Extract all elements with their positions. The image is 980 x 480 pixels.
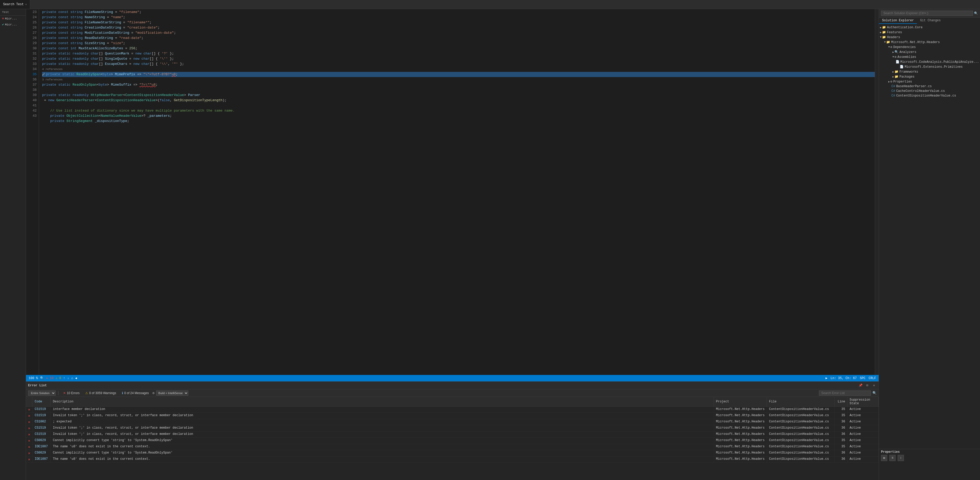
row-line: 36 — [835, 450, 848, 456]
tree-item[interactable]: ▼ ⚙ Dependencies — [879, 44, 980, 49]
solution-search-icon[interactable]: 🔍 — [974, 11, 978, 15]
tree-item[interactable]: ▶ 📁 Features — [879, 30, 980, 35]
sort-button[interactable]: ↕ — [898, 455, 904, 461]
table-row[interactable]: ✕ CS0029 Cannot implicitly convert type … — [26, 450, 879, 456]
row-state: Active — [848, 456, 879, 463]
warning-count-badge[interactable]: ⚠ 0 — [56, 376, 61, 380]
tree-item-icon: 🔍 — [894, 50, 899, 54]
ref-count-36: 3 references — [42, 77, 875, 82]
col-description[interactable]: Description — [51, 397, 714, 407]
search-error-icon[interactable]: 🔍 — [872, 391, 877, 395]
col-project[interactable]: Project — [714, 397, 767, 407]
tree-item[interactable]: ▼ ⚙ Assemblies — [879, 54, 980, 59]
table-row[interactable]: ✕ CS1519 Invalid token ';' in class, rec… — [26, 413, 879, 419]
solution-explorer-tabs: Solution Explorer Git Changes — [879, 17, 980, 24]
build-filter-dropdown[interactable]: Build + IntelliSense — [156, 390, 188, 396]
tree-item[interactable]: ▼ 📁 Headers — [879, 35, 980, 40]
scroll-left-icon[interactable]: ◀ — [75, 376, 77, 380]
error-table: Code Description Project File Line Suppr… — [26, 397, 879, 480]
table-row[interactable]: ✕ CS0029 Cannot implicitly convert type … — [26, 438, 879, 444]
tree-item[interactable]: ▶ 🔍 Analyzers — [879, 49, 980, 54]
file-icon: 📄 — [900, 65, 904, 69]
tree-item[interactable]: ▶ 📁 Frameworks — [879, 69, 980, 74]
row-description: The name 'u8' does not exist in the curr… — [51, 456, 714, 463]
col-file[interactable]: File — [767, 397, 835, 407]
tree-item-label: Analyzers — [899, 50, 916, 54]
code-line-41: // Use list instead of dictionary since … — [42, 108, 875, 113]
error-row-icon: ✕ — [28, 445, 30, 449]
grid-view-button[interactable]: ⊞ — [881, 455, 887, 461]
scope-dropdown[interactable]: Entire Solution — [28, 390, 56, 396]
dependencies-icon: ⚙ — [890, 45, 892, 49]
error-count-badge[interactable]: ✕ 10 — [46, 376, 54, 380]
tab-git-changes[interactable]: Git Changes — [917, 17, 943, 24]
tree-item[interactable]: ▶ 📁 Packages — [879, 74, 980, 79]
solution-search-input[interactable] — [881, 11, 973, 16]
line-numbers: 23 24 25 26 27 28 29 30 31 32 33 34 35 3… — [26, 9, 39, 375]
pin-panel-button[interactable]: 📌 — [858, 383, 863, 388]
tree-item-label: Microsoft.CodeAnalysis.PublicApiAnalyze.… — [900, 60, 979, 64]
status-bar-right: ▶ Ln: 35, Ch: 67 SPC CRLF — [826, 376, 877, 380]
tree-item[interactable]: 📄 Microsoft.Extensions.Primitives — [879, 64, 980, 69]
code-editor[interactable]: private const string FileNameString = "f… — [39, 9, 875, 375]
code-line-32: private static readonly char[] QuestionM… — [42, 51, 875, 56]
row-file: ContentDispositionHeaderValue.cs — [767, 444, 835, 450]
table-row[interactable]: ✕ IDE1007 The name 'u8' does not exist i… — [26, 456, 879, 463]
tree-item-label: Microsoft.Net.Http.Headers — [891, 41, 940, 44]
col-line[interactable]: Line — [835, 397, 848, 407]
tree-item-icon: 📁 — [886, 40, 890, 44]
tree-arrow-icon: ▶ — [880, 31, 881, 34]
left-sidebar: Test ⊗ Micr... ✔ Micr... — [0, 9, 26, 480]
format-icon[interactable]: ⌂ — [71, 377, 73, 380]
errors-toggle-button[interactable]: ✕ 10 Errors — [61, 391, 81, 395]
table-row[interactable]: ✕ CS1519 Invalid token ';' in class, rec… — [26, 425, 879, 431]
editor-minimap[interactable] — [875, 9, 879, 375]
tab-search-test[interactable]: Search Test ✕ — [0, 0, 30, 9]
tree-item[interactable]: 📄 Microsoft.CodeAnalysis.PublicApiAnalyz… — [879, 59, 980, 64]
tree-item[interactable]: C# CacheControlHeaderValue.cs — [879, 89, 980, 93]
down-nav-icon[interactable]: ↓ — [67, 377, 69, 380]
row-line: 35 — [835, 407, 848, 413]
sidebar-item-1[interactable]: ✔ Micr... — [0, 22, 26, 27]
table-row[interactable]: ✕ IDE1007 The name 'u8' does not exist i… — [26, 444, 879, 450]
sidebar-item-0[interactable]: ⊗ Micr... — [0, 16, 26, 22]
scroll-right-icon[interactable]: ▶ — [826, 376, 827, 380]
row-code: CS0029 — [32, 438, 51, 444]
zoom-icon[interactable]: 🔍 — [40, 376, 44, 380]
tree-item-icon: 📁 — [882, 30, 886, 34]
row-file: ContentDispositionHeaderValue.cs — [767, 431, 835, 438]
tree-item-icon: 📄 — [900, 65, 904, 69]
col-code[interactable]: Code — [32, 397, 51, 407]
tree-item[interactable]: ▶ ⚙ Properties — [879, 79, 980, 84]
col-suppression[interactable]: Suppression State — [848, 397, 879, 407]
tree-item[interactable]: C# BaseHeaderParser.cs — [879, 84, 980, 89]
warnings-toggle-button[interactable]: ⚠ 0 of 3059 Warnings — [83, 391, 118, 395]
table-row[interactable]: ✕ CS1519 Invalid token ';' in class, rec… — [26, 431, 879, 438]
table-row[interactable]: ✕ CS1519 interface member declaration Mi… — [26, 407, 879, 413]
tab-solution-explorer[interactable]: Solution Explorer — [879, 17, 917, 24]
tree-item[interactable]: ▶ 📁 Authentication.Core — [879, 25, 980, 30]
tree-item-icon: 📁 — [882, 25, 886, 29]
table-row[interactable]: ✕ CS1002 ; expected Microsoft.Net.Http.H… — [26, 419, 879, 425]
row-project: Microsoft.Net.Http.Headers — [714, 407, 767, 413]
close-panel-button[interactable]: ✕ — [872, 383, 877, 388]
tree-item[interactable]: C# ContentDispositionHeaderValue.cs — [879, 93, 980, 98]
tab-close-icon[interactable]: ✕ — [25, 3, 27, 6]
tree-item-label: Microsoft.Extensions.Primitives — [905, 65, 963, 69]
settings-icon[interactable]: ⚙ — [153, 391, 154, 395]
search-error-input[interactable] — [819, 390, 871, 396]
category-view-button[interactable]: ≡ — [889, 455, 896, 461]
row-code: IDE1007 — [32, 444, 51, 450]
tree-item[interactable]: ▼ 📁 Microsoft.Net.Http.Headers — [879, 40, 980, 44]
code-line-30: private const string SizeString = "size"… — [42, 41, 875, 46]
row-file: ContentDispositionHeaderValue.cs — [767, 456, 835, 463]
code-line-40 — [42, 103, 875, 108]
messages-toggle-button[interactable]: ℹ 0 of 24 Messages — [120, 391, 151, 395]
float-panel-button[interactable]: ⊡ — [865, 383, 870, 388]
solution-tree: ▶ 📁 Authentication.Core ▶ 📁 Features ▼ 📁… — [879, 24, 980, 449]
row-icon: ✕ — [26, 450, 32, 456]
tree-item-icon: ⚙ — [890, 45, 892, 49]
row-description: Cannot implicitly convert type 'string' … — [51, 438, 714, 444]
tree-arrow-icon: ▼ — [880, 36, 881, 39]
up-nav-icon[interactable]: ↑ — [64, 377, 65, 380]
